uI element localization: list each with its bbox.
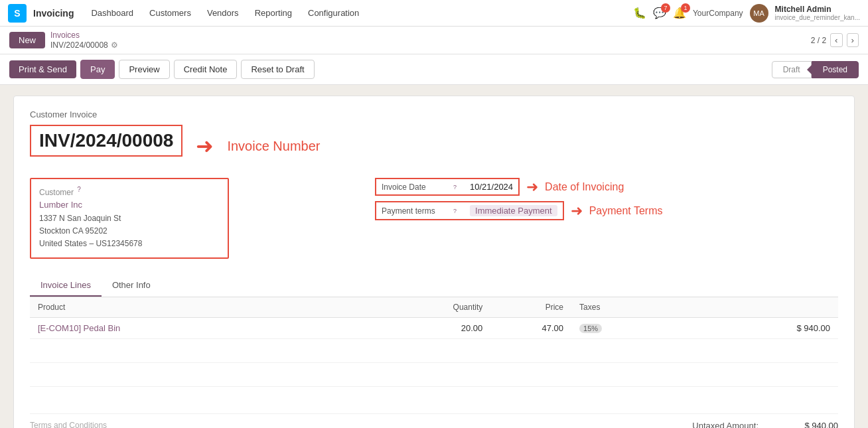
invoice-table: Product Quantity Price Taxes [E-COM10] P… [30, 297, 838, 387]
customer-address: 1337 N San Joaquin St Stockton CA 95202 … [39, 212, 220, 251]
payment-terms-box: Payment terms ? Immediate Payment [375, 201, 564, 220]
col-amount [668, 297, 838, 318]
invoice-number-row: INV/2024/00008 ➜ Invoice Number [30, 125, 838, 167]
date-arrow-icon: ➜ [526, 178, 538, 196]
arrow-right-icon: ➜ [196, 133, 214, 159]
tabs: Invoice Lines Other Info [30, 275, 838, 297]
empty-row [30, 338, 838, 362]
invoice-number: INV/2024/00008 [39, 130, 173, 151]
totals: Untaxed Amount: $ 940.00 Tax 15%: $ 141.… [692, 421, 838, 428]
status-draft: Draft [772, 61, 812, 78]
invoice-card: Customer Invoice INV/2024/00008 ➜ Invoic… [13, 96, 855, 428]
date-annotation: Date of Invoicing [545, 181, 624, 193]
reset-draft-button[interactable]: Reset to Draft [241, 60, 314, 79]
pay-button[interactable]: Pay [80, 60, 115, 79]
form-fields: Customer ? Lumber Inc 1337 N San Joaquin… [30, 178, 838, 259]
cell-product: [E-COM10] Pedal Bin [30, 317, 394, 338]
user-sub: invoice_due_reminder_kan... [775, 14, 860, 21]
action-toolbar: Print & Send Pay Preview Credit Note Res… [0, 54, 868, 85]
untaxed-value: $ 940.00 [785, 421, 838, 428]
nav-item-customers[interactable]: Customers [143, 5, 198, 21]
col-taxes: Taxes [571, 297, 668, 318]
invoice-number-annotation: Invoice Number [227, 139, 320, 154]
user-name: Mitchell Admin [775, 5, 860, 14]
product-link[interactable]: [E-COM10] Pedal Bin [38, 323, 120, 333]
tab-other-info[interactable]: Other Info [102, 275, 161, 297]
col-price: Price [490, 297, 571, 318]
bug-icon-btn[interactable]: 🐛 [633, 7, 646, 19]
next-arrow[interactable]: › [847, 33, 859, 47]
gear-icon[interactable]: ⚙ [111, 40, 118, 50]
invoice-date-label: Invoice Date [382, 182, 448, 192]
tab-invoice-lines[interactable]: Invoice Lines [30, 275, 102, 297]
breadcrumb-bar: New Invoices INV/2024/00008 ⚙ 2 / 2 ‹ › [0, 27, 868, 54]
status-posted: Posted [812, 61, 859, 78]
chat-icon-btn[interactable]: 💬 7 [653, 7, 666, 19]
terms-conditions: Terms and Conditions [30, 421, 107, 428]
nav-item-dashboard[interactable]: Dashboard [84, 5, 140, 21]
breadcrumb-current-text: INV/2024/00008 [50, 40, 108, 50]
credit-note-button[interactable]: Credit Note [174, 60, 238, 79]
col-quantity: Quantity [394, 297, 490, 318]
activity-icon-btn[interactable]: 🔔 1 [673, 7, 686, 19]
app-name: Invoicing [33, 8, 74, 19]
nav-right: 🐛 💬 7 🔔 1 YourCompany MA Mitchell Admin … [633, 4, 860, 23]
breadcrumb-parent[interactable]: Invoices [50, 31, 118, 40]
payment-terms-row: Payment terms ? Immediate Payment ➜ Paym… [375, 201, 838, 220]
preview-button[interactable]: Preview [119, 60, 169, 79]
chat-badge: 7 [661, 3, 670, 13]
cell-price: 47.00 [490, 317, 571, 338]
company-name: YourCompany [693, 9, 743, 18]
right-fields: Invoice Date ? 10/21/2024 ➜ Date of Invo… [242, 178, 838, 259]
pagination-count: 2 / 2 [811, 36, 826, 45]
cell-amount: $ 940.00 [668, 317, 838, 338]
customer-field: Customer ? Lumber Inc 1337 N San Joaquin… [30, 178, 229, 259]
invoice-date-value[interactable]: 10/21/2024 [470, 182, 513, 192]
main-content: Customer Invoice INV/2024/00008 ➜ Invoic… [0, 85, 868, 428]
payment-terms-value[interactable]: Immediate Payment [470, 205, 557, 216]
avatar[interactable]: MA [750, 4, 768, 23]
table-row: [E-COM10] Pedal Bin 20.00 47.00 15% $ 94… [30, 317, 838, 338]
invoice-date-box: Invoice Date ? 10/21/2024 [375, 178, 520, 196]
new-button[interactable]: New [9, 32, 45, 48]
terms-arrow-icon: ➜ [571, 202, 583, 220]
breadcrumb-current: INV/2024/00008 ⚙ [50, 40, 118, 50]
customer-label: Customer ? [39, 186, 220, 197]
pagination-nav: 2 / 2 ‹ › [811, 33, 859, 47]
empty-row-2 [30, 362, 838, 386]
invoice-footer: Terms and Conditions Untaxed Amount: $ 9… [30, 413, 838, 428]
breadcrumb: Invoices INV/2024/00008 ⚙ [50, 31, 118, 50]
invoice-number-box: INV/2024/00008 [30, 125, 182, 157]
payment-terms-label: Payment terms [382, 206, 448, 216]
activity-badge: 1 [681, 3, 690, 13]
col-product: Product [30, 297, 394, 318]
print-send-button[interactable]: Print & Send [9, 60, 76, 78]
terms-annotation: Payment Terms [589, 205, 663, 217]
nav-item-reporting[interactable]: Reporting [248, 5, 299, 21]
top-nav: S Invoicing Dashboard Customers Vendors … [0, 0, 868, 27]
nav-item-vendors[interactable]: Vendors [200, 5, 246, 21]
cell-taxes: 15% [571, 317, 668, 338]
form-label: Customer Invoice [30, 109, 838, 119]
cell-quantity: 20.00 [394, 317, 490, 338]
untaxed-label: Untaxed Amount: [692, 421, 759, 428]
untaxed-row: Untaxed Amount: $ 940.00 [692, 421, 838, 428]
nav-item-configuration[interactable]: Configuration [301, 5, 366, 21]
app-logo: S [8, 4, 27, 23]
invoice-date-row: Invoice Date ? 10/21/2024 ➜ Date of Invo… [375, 178, 838, 196]
user-info: Mitchell Admin invoice_due_reminder_kan.… [775, 5, 860, 21]
status-bar: Draft Posted [772, 61, 859, 78]
prev-arrow[interactable]: ‹ [830, 33, 842, 47]
tax-badge: 15% [579, 324, 602, 333]
customer-name[interactable]: Lumber Inc [39, 200, 220, 210]
